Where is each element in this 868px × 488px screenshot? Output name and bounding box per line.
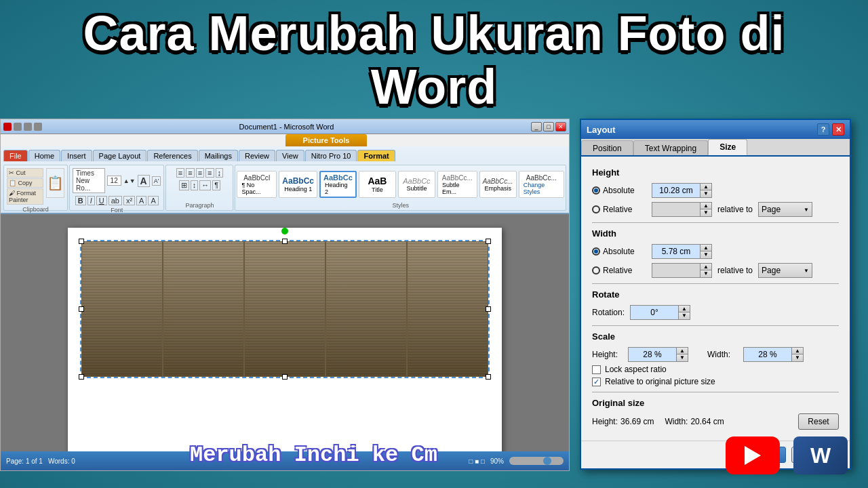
dialog-tab-position[interactable]: Position: [581, 140, 633, 155]
scale-width-input[interactable]: ▲ ▼: [743, 347, 804, 362]
dialog-tab-size[interactable]: Size: [708, 139, 747, 155]
width-absolute-input[interactable]: ▲ ▼: [652, 244, 712, 259]
dialog-tab-textwrapping[interactable]: Text Wrapping: [633, 140, 708, 155]
height-relative-to-label: relative to: [717, 205, 753, 214]
height-relative-option[interactable]: Relative: [592, 205, 646, 214]
scale-height-value[interactable]: [629, 348, 676, 361]
height-absolute-input[interactable]: ▲ ▼: [652, 183, 712, 198]
style-no-spacing[interactable]: AaBbCcI ¶ No Spac...: [237, 171, 277, 198]
image-panel-2: [163, 241, 244, 377]
layout-dialog: Layout ? ✕ Position Text Wrapping Size H…: [580, 119, 851, 470]
tab-mailings[interactable]: Mailings: [199, 150, 238, 161]
width-rel-increment-btn: ▲: [701, 264, 711, 270]
tab-review[interactable]: Review: [239, 150, 275, 161]
scale-height-increment-btn[interactable]: ▲: [677, 348, 688, 354]
style-more[interactable]: AaBbCc... Change Styles: [519, 171, 564, 198]
width-relative-radio[interactable]: [592, 266, 600, 274]
rotation-value[interactable]: [631, 306, 678, 319]
clipboard-label: Clipboard: [22, 206, 49, 213]
scale-width-decrement-btn[interactable]: ▼: [792, 354, 803, 361]
handle-top-mid[interactable]: [282, 239, 288, 244]
height-rel-decrement-btn: ▼: [701, 209, 711, 216]
handle-bottom-mid[interactable]: [282, 374, 288, 380]
style-heading1[interactable]: AaBbCc Heading 1: [279, 171, 317, 198]
width-absolute-label: Absolute: [603, 247, 635, 256]
handle-bottom-left[interactable]: [79, 374, 84, 380]
handle-bottom-right[interactable]: [486, 374, 491, 380]
scale-width-increment-btn[interactable]: ▲: [792, 348, 803, 354]
height-absolute-radio[interactable]: [592, 186, 600, 195]
selected-image[interactable]: [81, 241, 488, 377]
scale-width-value[interactable]: [744, 348, 791, 361]
tab-nitro[interactable]: Nitro Pro 10: [305, 150, 357, 161]
width-decrement-btn[interactable]: ▼: [701, 251, 711, 258]
clipboard-group: ✂ Cut 📋 Copy 🖌 Format Painter 📋 Clipboar…: [3, 165, 68, 211]
scale-width-label: Width:: [707, 350, 738, 359]
page-info: Page: 1 of 1: [6, 458, 43, 465]
scale-height-input[interactable]: ▲ ▼: [628, 347, 688, 362]
width-absolute-row: Absolute ▲ ▼: [592, 244, 839, 259]
style-subtitle[interactable]: AaBbCc Subtitle: [398, 171, 435, 198]
word-title: Document1 - Microsoft Word: [42, 123, 531, 131]
width-relative-to-label: relative to: [717, 266, 753, 275]
word-count: Words: 0: [48, 458, 75, 465]
tab-format[interactable]: Format: [357, 150, 395, 161]
divider-2: [592, 283, 839, 284]
relative-to-original-checkbox[interactable]: ✓: [592, 378, 601, 386]
height-relative-radio[interactable]: [592, 205, 600, 214]
tab-references[interactable]: References: [147, 150, 197, 161]
handle-top-right[interactable]: [486, 239, 491, 244]
scale-height-decrement-btn[interactable]: ▼: [677, 354, 688, 361]
width-increment-btn[interactable]: ▲: [701, 245, 711, 251]
handle-top-left[interactable]: [79, 239, 84, 244]
width-absolute-radio[interactable]: [592, 247, 600, 256]
dialog-close-btn[interactable]: ✕: [832, 123, 844, 136]
close-btn[interactable]: ✕: [555, 122, 566, 131]
image-panel-3: [244, 241, 326, 377]
width-relative-input: ▲ ▼: [652, 263, 712, 278]
ribbon: File Home Insert Page Layout References …: [1, 146, 569, 214]
style-emphasis[interactable]: AaBbCc... Emphasis: [479, 171, 517, 198]
height-rel-increment-btn: ▲: [701, 203, 711, 209]
height-decrement-btn[interactable]: ▼: [701, 190, 711, 197]
tab-view[interactable]: View: [276, 150, 304, 161]
lock-aspect-checkbox[interactable]: [592, 365, 601, 374]
height-increment-btn[interactable]: ▲: [701, 184, 711, 190]
height-relative-value: [652, 203, 700, 216]
tab-home[interactable]: Home: [28, 150, 60, 161]
word-app-icon[interactable]: W: [793, 436, 848, 474]
orig-width-value: 20.64 cm: [690, 417, 724, 426]
relative-to-original-row: ✓ Relative to original picture size: [592, 377, 839, 386]
dialog-help-btn[interactable]: ?: [817, 123, 829, 136]
tab-file[interactable]: File: [3, 150, 28, 161]
orig-width-field: Width: 20.64 cm: [665, 417, 724, 426]
height-absolute-option[interactable]: Absolute: [592, 186, 646, 195]
width-absolute-option[interactable]: Absolute: [592, 247, 646, 256]
width-relative-to-dropdown[interactable]: Page ▼: [758, 263, 812, 278]
picture-tools-banner: Picture Tools: [285, 134, 367, 146]
maximize-btn[interactable]: □: [543, 122, 554, 131]
rotation-increment-btn[interactable]: ▲: [679, 306, 690, 312]
width-relative-option[interactable]: Relative: [592, 266, 646, 275]
width-absolute-value[interactable]: [652, 245, 700, 258]
rotation-decrement-btn[interactable]: ▼: [679, 312, 690, 319]
height-relative-to-dropdown[interactable]: Page ▼: [758, 202, 812, 217]
style-title[interactable]: AaB Title: [359, 171, 396, 198]
handle-mid-left[interactable]: [79, 306, 84, 312]
height-absolute-value[interactable]: [652, 184, 700, 197]
back-icon: [24, 123, 32, 131]
style-heading2[interactable]: AaBbCc Heading 2: [319, 171, 357, 198]
height-section-title: Height: [592, 167, 839, 178]
reset-button[interactable]: Reset: [798, 413, 839, 430]
view-icons: □ ■ □: [469, 458, 485, 465]
style-subtle-em[interactable]: AaBbCc... Subtle Em...: [437, 171, 477, 198]
handle-mid-right[interactable]: [486, 306, 491, 312]
youtube-icon[interactable]: [726, 436, 780, 474]
tab-insert[interactable]: Insert: [61, 150, 92, 161]
minimize-btn[interactable]: _: [531, 122, 542, 131]
scale-height-label: Height:: [592, 350, 623, 359]
rotation-input[interactable]: ▲ ▼: [630, 305, 690, 320]
tab-pagelayout[interactable]: Page Layout: [93, 150, 147, 161]
rotation-handle[interactable]: [281, 228, 288, 235]
forward-icon: [34, 123, 42, 131]
